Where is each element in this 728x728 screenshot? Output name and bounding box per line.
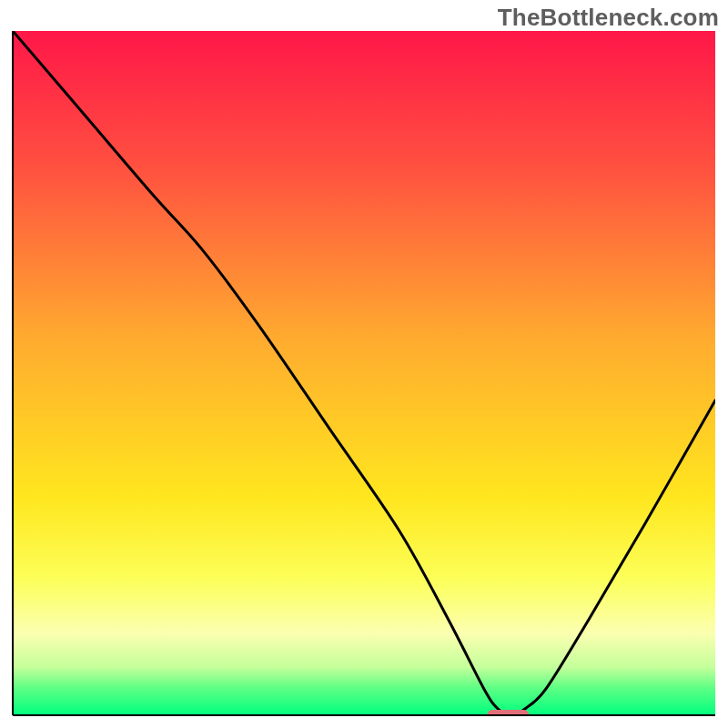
chart-svg [0,0,728,728]
watermark-text: TheBottleneck.com [498,4,719,32]
gradient-background [13,31,715,715]
chart-container: TheBottleneck.com [0,0,728,728]
